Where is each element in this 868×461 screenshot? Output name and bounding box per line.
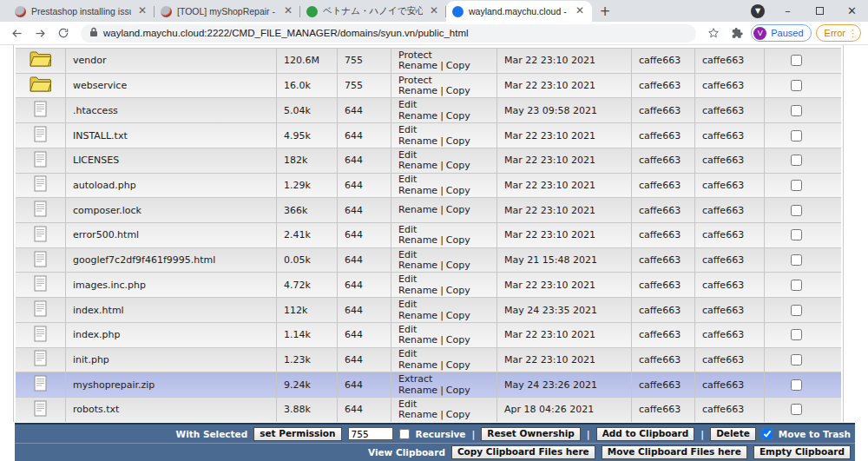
rename-link[interactable]: Rename — [398, 409, 437, 420]
set-permission-button[interactable]: set Permission — [253, 427, 341, 441]
browser-tab[interactable]: ベトナム・ハノイで安心安全・旬の野菜 ✕ — [300, 1, 446, 22]
file-name-link[interactable]: composer.lock — [73, 205, 141, 216]
rename-link[interactable]: Rename — [398, 385, 437, 396]
tab-close-icon[interactable]: ✕ — [136, 5, 148, 17]
rename-link[interactable]: Rename — [398, 110, 437, 122]
copy-link[interactable]: Copy — [446, 334, 470, 346]
action-separator: | — [440, 185, 444, 196]
copy-link[interactable]: Copy — [446, 110, 470, 122]
copy-clipboard-files-button[interactable]: Copy Clipboard Files here — [451, 445, 595, 459]
profile-paused-badge[interactable]: V Paused — [751, 24, 811, 42]
browser-tab[interactable]: wayland.maychu.cloud - DirectAdm ✕ — [446, 1, 592, 22]
browser-tab[interactable]: Prestashop installing issue - Installa ✕ — [9, 1, 155, 22]
error-badge[interactable]: Error ⋮ — [816, 24, 861, 42]
extensions-puzzle-icon[interactable] — [727, 23, 746, 43]
file-name-link[interactable]: webservice — [73, 80, 127, 91]
copy-link[interactable]: Copy — [446, 204, 470, 215]
view-clipboard-link[interactable]: View Clipboard — [368, 447, 445, 458]
delete-button[interactable]: Delete — [710, 427, 756, 441]
copy-link[interactable]: Copy — [446, 260, 470, 271]
forward-icon[interactable] — [30, 23, 49, 43]
maximize-button[interactable] — [804, 0, 836, 22]
rename-link[interactable]: Rename — [398, 234, 437, 246]
rename-link[interactable]: Rename — [398, 310, 437, 321]
browser-toolbar: wayland.maychu.cloud:2222/CMD_FILE_MANAG… — [0, 22, 868, 45]
row-select-checkbox[interactable] — [791, 329, 802, 340]
bookmark-star-icon[interactable] — [704, 23, 723, 43]
rename-link[interactable]: Rename — [398, 359, 437, 371]
copy-link[interactable]: Copy — [446, 285, 470, 296]
file-name-link[interactable]: index.php — [73, 329, 121, 340]
row-select-checkbox[interactable] — [791, 379, 802, 391]
copy-link[interactable]: Copy — [446, 185, 470, 196]
row-select-checkbox[interactable] — [791, 229, 802, 240]
copy-link[interactable]: Copy — [446, 359, 470, 371]
move-clipboard-files-button[interactable]: Move Clipboard Files here — [602, 445, 747, 459]
reload-icon[interactable] — [54, 23, 73, 43]
file-name-link[interactable]: .htaccess — [73, 105, 118, 116]
row-select-checkbox[interactable] — [791, 80, 802, 91]
tab-close-icon[interactable]: ✕ — [282, 5, 294, 17]
back-icon[interactable] — [7, 23, 26, 43]
empty-clipboard-button[interactable]: Empty Clipboard — [753, 445, 851, 459]
recursive-checkbox[interactable] — [399, 429, 410, 439]
file-group: caffe663 — [694, 348, 764, 372]
copy-link[interactable]: Copy — [446, 160, 470, 171]
new-tab-button[interactable]: + — [595, 2, 615, 21]
row-select-checkbox[interactable] — [791, 280, 802, 291]
tab-close-icon[interactable]: ✕ — [574, 5, 586, 17]
reset-ownership-button[interactable]: Reset Ownership — [481, 427, 581, 441]
row-select-checkbox[interactable] — [791, 254, 802, 266]
row-select-checkbox[interactable] — [791, 354, 802, 366]
row-select-checkbox[interactable] — [791, 205, 802, 216]
copy-link[interactable]: Copy — [446, 310, 470, 321]
file-actions: Edit Rename|Copy — [391, 323, 496, 347]
minimize-button[interactable]: – — [772, 0, 804, 22]
rename-link[interactable]: Rename — [398, 260, 437, 271]
copy-link[interactable]: Copy — [446, 385, 470, 396]
row-select-checkbox[interactable] — [791, 130, 802, 142]
address-bar[interactable]: wayland.maychu.cloud:2222/CMD_FILE_MANAG… — [81, 24, 696, 43]
copy-link[interactable]: Copy — [446, 60, 470, 71]
file-name-link[interactable]: robots.txt — [73, 404, 119, 415]
file-owner: caffe663 — [631, 398, 694, 422]
file-name-link[interactable]: init.php — [73, 354, 109, 366]
rename-link[interactable]: Rename — [398, 185, 437, 196]
file-name-link[interactable]: images.inc.php — [73, 280, 146, 291]
rename-link[interactable]: Rename — [398, 60, 437, 71]
row-select-checkbox[interactable] — [791, 305, 802, 316]
copy-link[interactable]: Copy — [446, 135, 470, 147]
rename-link[interactable]: Rename — [398, 334, 437, 346]
file-group: caffe663 — [694, 372, 764, 397]
move-to-trash-checkbox[interactable] — [762, 429, 773, 439]
file-name-link[interactable]: INSTALL.txt — [73, 130, 128, 142]
file-name-link[interactable]: vendor — [73, 55, 106, 66]
browser-tab[interactable]: [TOOL] myShopRepair - Check Pr ✕ — [155, 1, 300, 22]
rename-link[interactable]: Rename — [398, 204, 437, 215]
row-select-checkbox[interactable] — [791, 180, 802, 191]
copy-link[interactable]: Copy — [446, 85, 470, 96]
file-name-link[interactable]: googlef7c2df9f461f9995.html — [73, 254, 215, 266]
file-name-link[interactable]: index.html — [73, 305, 124, 316]
copy-link[interactable]: Copy — [446, 409, 470, 420]
rename-link[interactable]: Rename — [398, 285, 437, 296]
window-menu-icon[interactable]: ▼ — [751, 4, 765, 18]
rename-link[interactable]: Rename — [398, 160, 437, 171]
tab-close-icon[interactable]: ✕ — [428, 5, 440, 17]
row-select-checkbox[interactable] — [791, 155, 802, 166]
file-name-link[interactable]: myshoprepair.zip — [73, 379, 155, 391]
row-select-checkbox[interactable] — [791, 55, 802, 66]
permission-input[interactable] — [348, 427, 393, 440]
rename-link[interactable]: Rename — [398, 85, 437, 96]
add-to-clipboard-button[interactable]: Add to Clipboard — [596, 427, 695, 441]
row-select-checkbox[interactable] — [791, 404, 802, 415]
file-name-link[interactable]: LICENSES — [73, 155, 119, 166]
file-name-link[interactable]: autoload.php — [73, 180, 136, 191]
file-name-link[interactable]: error500.html — [73, 229, 139, 240]
close-button[interactable]: ✕ — [836, 0, 868, 22]
file-type-cell — [16, 298, 65, 322]
row-select-checkbox[interactable] — [791, 105, 802, 116]
kebab-menu-icon[interactable]: ⋮ — [848, 28, 858, 39]
rename-link[interactable]: Rename — [398, 135, 437, 147]
copy-link[interactable]: Copy — [446, 234, 470, 246]
